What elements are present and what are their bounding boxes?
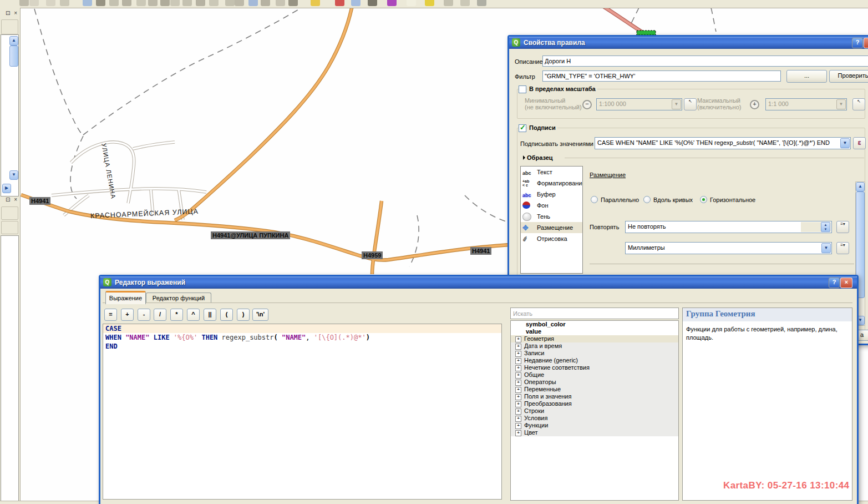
- chevron-down-icon[interactable]: ▼: [840, 138, 850, 148]
- scrollbar-thumb[interactable]: [9, 46, 18, 67]
- expand-plus-icon[interactable]: +: [515, 401, 521, 407]
- toolbar-icon[interactable]: [83, 0, 92, 6]
- tree-group[interactable]: +Недавние (generic): [511, 357, 678, 364]
- toolbar-icon[interactable]: [407, 0, 416, 6]
- tree-group[interactable]: +Записи: [511, 350, 678, 357]
- close-button[interactable]: ×: [840, 278, 852, 288]
- toolbar-icon[interactable]: [335, 0, 344, 6]
- panel-float-close-icons[interactable]: ⊡ ×: [1, 196, 18, 204]
- tree-group[interactable]: +Операторы: [511, 379, 678, 386]
- operator-button[interactable]: -: [138, 309, 150, 321]
- toolbar-icon[interactable]: [248, 0, 258, 6]
- style-list-item[interactable]: abcТекст: [521, 167, 582, 178]
- tree-group[interactable]: +Поля и значения: [511, 393, 678, 400]
- toolbar-icon[interactable]: [122, 0, 131, 6]
- expand-plus-icon[interactable]: +: [515, 380, 521, 386]
- rule-dialog-titlebar[interactable]: Q Свойства правила ?: [509, 37, 868, 49]
- operator-button[interactable]: +: [121, 309, 134, 321]
- expand-plus-icon[interactable]: +: [515, 423, 521, 429]
- repeat-spinbox[interactable]: Не повторять ▲▼: [625, 221, 832, 233]
- operator-button[interactable]: '\n': [252, 309, 268, 321]
- tree-group[interactable]: +Функции: [511, 422, 678, 429]
- expression-builder-button[interactable]: ...: [786, 70, 827, 83]
- expand-plus-icon[interactable]: +: [515, 387, 521, 393]
- toolbar-icon[interactable]: [170, 0, 180, 6]
- toolbar-icon[interactable]: [368, 0, 377, 6]
- min-scale-combo[interactable]: 1:100 000▼: [596, 98, 682, 110]
- help-button[interactable]: ?: [829, 278, 840, 288]
- spin-arrows[interactable]: ▲▼: [821, 222, 830, 232]
- toolbar-icon[interactable]: [60, 0, 69, 6]
- operator-button[interactable]: ^: [187, 309, 200, 321]
- code-line[interactable]: CASE: [103, 324, 501, 333]
- scroll-up-button[interactable]: ▲: [856, 182, 865, 191]
- radio-button[interactable]: [591, 196, 598, 203]
- radio-button[interactable]: [700, 196, 707, 203]
- toolbar-icon[interactable]: [196, 0, 205, 6]
- expand-plus-icon[interactable]: +: [515, 351, 521, 357]
- expression-epsilon-button[interactable]: ε: [853, 137, 866, 149]
- operator-button[interactable]: *: [170, 309, 183, 321]
- toolbar-icon[interactable]: [351, 0, 361, 6]
- tree-group[interactable]: +Переменные: [511, 386, 678, 393]
- style-list-item[interactable]: abcБуфер: [521, 189, 582, 200]
- scroll-up-button[interactable]: ▲: [9, 36, 18, 46]
- toolbar-icon[interactable]: [261, 0, 270, 6]
- toolbar-icon[interactable]: [387, 0, 397, 6]
- expand-plus-icon[interactable]: +: [515, 430, 521, 436]
- filter-input[interactable]: [542, 70, 781, 82]
- scroll-down-button[interactable]: ▼: [9, 170, 18, 180]
- chevron-down-icon[interactable]: ▼: [836, 99, 846, 109]
- tree-group[interactable]: +Дата и время: [511, 342, 678, 350]
- tree-group[interactable]: +Преобразования: [511, 400, 678, 407]
- toolbar-icon[interactable]: [136, 0, 146, 6]
- label-style-list[interactable]: abcТекст+ab< cФорматированиеabcБуферФонТ…: [520, 166, 583, 274]
- function-search-input[interactable]: [510, 308, 679, 319]
- tree-group[interactable]: +Цвет: [511, 429, 678, 436]
- expand-plus-icon[interactable]: +: [515, 344, 521, 350]
- tree-item[interactable]: value: [511, 328, 678, 335]
- tree-group[interactable]: +Нечеткие соответствия: [511, 364, 678, 371]
- style-list-item[interactable]: ✥Размещение: [521, 222, 582, 233]
- help-button[interactable]: ?: [852, 38, 863, 48]
- toolbar-icon[interactable]: [288, 0, 298, 6]
- expression-dialog-titlebar[interactable]: Q Редактор выражений ? ×: [100, 276, 857, 289]
- expand-plus-icon[interactable]: +: [515, 358, 521, 364]
- max-scale-combo[interactable]: 1:1 000▼: [765, 98, 847, 110]
- chevron-down-icon[interactable]: ▼: [821, 243, 831, 253]
- style-list-item[interactable]: Фон: [521, 200, 582, 211]
- operator-button[interactable]: (: [220, 309, 233, 321]
- expand-plus-icon[interactable]: +: [515, 409, 521, 415]
- toolbar-icon[interactable]: [148, 0, 158, 6]
- repeat-data-defined-button[interactable]: ≡▾: [836, 221, 849, 233]
- tree-group[interactable]: +Строки: [511, 407, 678, 415]
- min-scale-map-button[interactable]: ↖: [684, 98, 697, 110]
- toolbar-icon[interactable]: [46, 0, 55, 6]
- toolbar-icon[interactable]: [477, 0, 486, 6]
- test-filter-button[interactable]: Проверить: [829, 70, 868, 83]
- radio-button[interactable]: [643, 196, 651, 203]
- panel-float-close-icons[interactable]: ⊡ ×: [1, 10, 18, 17]
- scroll-right-button[interactable]: ▶: [2, 184, 11, 193]
- toolbar-icon[interactable]: [160, 0, 170, 6]
- units-combo[interactable]: Миллиметры▼: [625, 242, 832, 254]
- tab-expression[interactable]: Выражение: [105, 291, 146, 304]
- expand-plus-icon[interactable]: +: [515, 336, 521, 342]
- toolbar-icon[interactable]: [276, 0, 285, 6]
- tree-group[interactable]: +Геометрия: [511, 335, 678, 342]
- expression-code-editor[interactable]: CASEWHEN "NAME" LIKE '%{O%' THEN regexp_…: [103, 324, 502, 500]
- description-input[interactable]: [542, 56, 868, 67]
- toolbar-icon[interactable]: [109, 0, 119, 6]
- labels-checkbox[interactable]: [519, 124, 526, 132]
- close-button[interactable]: [864, 38, 868, 48]
- toolbar-icon[interactable]: [235, 0, 244, 6]
- sample-section-header[interactable]: Образец: [523, 154, 553, 161]
- chevron-down-icon[interactable]: ▼: [672, 99, 681, 109]
- layers-panel[interactable]: ▲ ▼ ▶: [1, 34, 19, 196]
- radio-option[interactable]: Параллельно: [591, 194, 639, 204]
- function-tree[interactable]: symbol_colorvalue+Геометрия+Дата и время…: [510, 320, 679, 501]
- radio-option[interactable]: Горизонтальное: [700, 194, 755, 204]
- style-list-item[interactable]: +ab< cФорматирование: [521, 178, 582, 189]
- tree-item[interactable]: symbol_color: [511, 321, 678, 328]
- toolbar-icon[interactable]: [209, 0, 219, 6]
